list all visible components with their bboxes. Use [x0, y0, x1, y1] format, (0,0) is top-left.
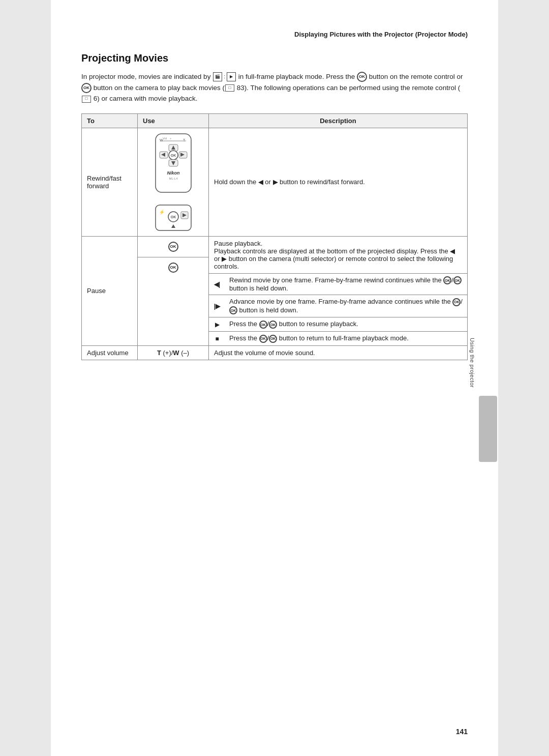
- sub-row-resume: ▶ Press the OK/OK button to resume playb…: [209, 317, 467, 332]
- table-row-volume: Adjust volume T (+)/W (–) Adjust the vol…: [82, 345, 468, 360]
- svg-text:⚡: ⚡: [159, 209, 165, 215]
- to-pause: Pause: [82, 236, 138, 345]
- volume-label: Adjust volume: [87, 349, 129, 357]
- tw-control: T (+)/W (–): [157, 349, 189, 357]
- sidebar-label: Using the projector: [469, 338, 475, 388]
- ok-btn-camera: OK: [168, 263, 178, 273]
- page-number: 141: [456, 728, 468, 736]
- desc-pause: Pause playback. Playback controls are di…: [209, 236, 468, 345]
- ref-6: □: [82, 96, 91, 103]
- intro-paragraph: In projector mode, movies are indicated …: [81, 71, 468, 104]
- pause-main-desc: Pause playback. Playback controls are di…: [214, 240, 455, 270]
- header-use: Use: [138, 113, 209, 128]
- camera-button-cluster: ⚡ OK: [153, 202, 194, 233]
- svg-text:T: T: [183, 138, 186, 142]
- ok-remote-icon: OK: [357, 72, 367, 82]
- rewind-label: Rewind/fastforward: [87, 175, 121, 190]
- main-table: To Use Description Rewind/fastforward W: [81, 113, 468, 360]
- movie-icon-2: ▶: [227, 72, 236, 81]
- table-row-pause: Pause OK OK: [82, 236, 468, 345]
- use-rewind: W Vol + T OK: [138, 128, 209, 236]
- desc-rewind: Hold down the ◀ or ▶ button to rewind/fa…: [209, 128, 468, 236]
- sub-row-advance-frame: |▶ Advance movie by one frame. Frame-by-…: [209, 295, 467, 317]
- use-pause: OK OK: [138, 236, 209, 345]
- ok-btn-remote: OK: [168, 242, 178, 252]
- resume-icon: ▶: [215, 321, 220, 328]
- sidebar-tab: [479, 396, 497, 462]
- rewind-frame-icon: ◀|: [214, 281, 220, 288]
- desc-volume: Adjust the volume of movie sound.: [209, 345, 468, 360]
- sub-row-fullframe: ■ Press the OK/OK button to return to fu…: [209, 332, 467, 345]
- ok-camera-icon: OK: [81, 83, 92, 93]
- advance-frame-desc: Advance movie by one frame. Frame-by-fra…: [229, 298, 463, 314]
- pause-sub-table: ◀| Rewind movie by one frame. Frame-by-f…: [209, 274, 467, 345]
- table-row-rewind: Rewind/fastforward W Vol + T: [82, 128, 468, 236]
- fullframe-desc: Press the OK/OK button to return to full…: [229, 334, 409, 342]
- header-title: Displaying Pictures with the Projector (…: [294, 31, 468, 38]
- rewind-frame-desc: Rewind movie by one frame. Frame-by-fram…: [229, 276, 462, 293]
- svg-text:OK: OK: [170, 154, 176, 157]
- to-rewind: Rewind/fastforward: [82, 128, 138, 236]
- svg-text:ML-L4: ML-L4: [169, 177, 178, 180]
- advance-frame-icon: |▶: [214, 303, 220, 310]
- pause-label: Pause: [87, 287, 106, 295]
- ref-83: □: [225, 84, 234, 92]
- fullframe-icon: ■: [215, 335, 219, 342]
- header-to: To: [82, 113, 138, 128]
- page-header: Displaying Pictures with the Projector (…: [81, 31, 468, 38]
- resume-desc: Press the OK/OK button to resume playbac…: [229, 320, 358, 328]
- remote-control-image: W Vol + T OK: [150, 131, 196, 197]
- use-volume: T (+)/W (–): [138, 345, 209, 360]
- svg-text:+: +: [170, 137, 172, 140]
- header-description: Description: [209, 113, 468, 128]
- to-volume: Adjust volume: [82, 345, 138, 360]
- volume-desc: Adjust the volume of movie sound.: [214, 349, 315, 357]
- movie-icon-1: 🎬: [213, 72, 222, 81]
- sidebar-area: Using the projector: [478, 0, 498, 756]
- section-title: Projecting Movies: [81, 52, 468, 64]
- sub-row-rewind-frame: ◀| Rewind movie by one frame. Frame-by-f…: [209, 274, 467, 295]
- svg-text:Vol: Vol: [163, 137, 167, 140]
- svg-text:Nikon: Nikon: [167, 170, 180, 176]
- svg-text:OK: OK: [170, 215, 176, 219]
